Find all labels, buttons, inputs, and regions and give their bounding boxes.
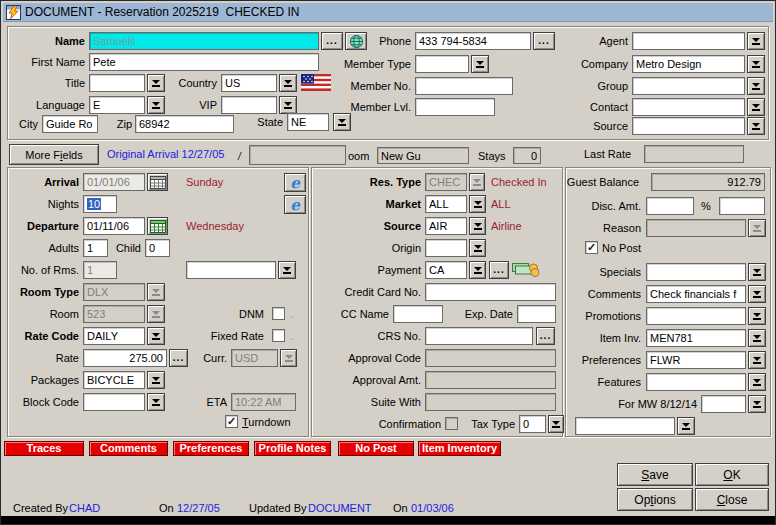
zip-field[interactable]: 68942 — [135, 115, 234, 133]
member-lvl-field[interactable] — [415, 98, 495, 116]
contact-dropdown-button[interactable] — [747, 98, 765, 116]
comments-dropdown-button[interactable] — [748, 285, 766, 303]
preferences-button[interactable]: Preferences — [173, 441, 249, 456]
rate-code-field[interactable]: DAILY — [83, 327, 145, 345]
tax-type-field[interactable]: 0 — [519, 415, 546, 433]
member-type-field[interactable] — [415, 55, 469, 73]
block-code-field[interactable] — [83, 393, 145, 411]
close-button[interactable]: Close — [695, 488, 769, 511]
language-dropdown-button[interactable] — [147, 96, 165, 114]
member-no-field[interactable] — [415, 77, 513, 95]
payment-browse-button[interactable]: ... — [489, 261, 509, 279]
market-dropdown-button[interactable] — [469, 195, 486, 213]
acct-bottom-combo-dropdown-button[interactable] — [677, 417, 695, 435]
packages-dropdown-button[interactable] — [147, 371, 165, 389]
no-post-button[interactable]: No Post — [338, 441, 414, 456]
crs-browse-button[interactable]: ... — [536, 327, 555, 345]
group-field[interactable] — [632, 77, 745, 95]
agent-dropdown-button[interactable] — [747, 32, 765, 50]
country-field[interactable]: US — [221, 74, 277, 92]
arrival-calendar-button[interactable] — [147, 173, 168, 191]
payment-field[interactable]: CA — [425, 261, 467, 279]
item-inventory-button[interactable]: Item Inventory — [418, 441, 501, 456]
comments-button[interactable]: Comments — [89, 441, 168, 456]
source-dropdown-button[interactable] — [747, 117, 765, 135]
departure-calendar-button[interactable] — [147, 217, 168, 235]
adults-field[interactable]: 1 — [83, 239, 108, 257]
disc-percent-field[interactable] — [719, 197, 765, 215]
rate-refresh-button-2[interactable]: e — [284, 195, 306, 214]
group-dropdown-button[interactable] — [747, 77, 765, 95]
res-source-dropdown-button[interactable] — [469, 217, 486, 235]
agent-field[interactable] — [632, 32, 745, 50]
stay-unlabeled-combo-field[interactable] — [186, 261, 276, 279]
origin-dropdown-button[interactable] — [469, 239, 486, 257]
member-type-dropdown-button[interactable] — [471, 55, 489, 73]
child-field[interactable]: 0 — [145, 239, 170, 257]
contact-field[interactable] — [632, 98, 745, 116]
credit-card-field[interactable] — [425, 283, 556, 301]
market-field[interactable]: ALL — [425, 195, 467, 213]
preferences-dropdown-button[interactable] — [748, 351, 766, 369]
res-source-field[interactable]: AIR — [425, 217, 467, 235]
for-mw-field[interactable] — [701, 395, 746, 413]
company-field[interactable]: Metro Design — [632, 55, 745, 73]
country-dropdown-button[interactable] — [279, 74, 297, 92]
vip-dropdown-button[interactable] — [279, 96, 297, 114]
dnm-checkbox[interactable] — [272, 307, 285, 320]
profile-notes-button[interactable]: Profile Notes — [254, 441, 331, 456]
comments-field[interactable]: Check financials f — [646, 285, 746, 303]
item-inv-field[interactable]: MEN781 — [646, 329, 746, 347]
disc-amt-field[interactable] — [646, 197, 694, 215]
company-dropdown-button[interactable] — [747, 55, 765, 73]
crs-no-field[interactable] — [425, 327, 533, 345]
departure-field[interactable]: 01/11/06 — [83, 217, 145, 235]
payment-dropdown-button[interactable] — [469, 261, 486, 279]
title-field[interactable] — [89, 74, 145, 92]
specials-field[interactable] — [646, 263, 746, 281]
source-field[interactable] — [632, 117, 745, 135]
features-dropdown-button[interactable] — [748, 373, 766, 391]
exp-date-field[interactable] — [517, 305, 556, 323]
options-button[interactable]: Options — [617, 488, 693, 511]
ok-button[interactable]: OK — [695, 463, 769, 486]
packages-field[interactable]: BICYCLE — [83, 371, 145, 389]
cc-name-field[interactable] — [393, 305, 443, 323]
no-post-checkbox[interactable] — [585, 241, 598, 254]
acct-bottom-combo-field[interactable] — [575, 417, 675, 435]
title-bar[interactable]: DOCUMENT - Reservation 2025219 CHECKED I… — [3, 3, 773, 22]
phone-label: Phone — [331, 35, 411, 48]
rate-browse-button[interactable]: ... — [169, 349, 188, 367]
block-code-dropdown-button[interactable] — [147, 393, 165, 411]
preferences-field[interactable]: FLWR — [646, 351, 746, 369]
vip-field[interactable] — [221, 96, 277, 114]
turndown-checkbox[interactable] — [225, 415, 238, 428]
nights-field[interactable]: 10 — [83, 195, 117, 213]
fixed-rate-checkbox[interactable] — [272, 329, 285, 342]
more-fields-button[interactable]: More Fields — [9, 144, 99, 165]
first-name-field[interactable]: Pete — [89, 53, 319, 71]
save-button[interactable]: Save — [617, 463, 693, 486]
traces-button[interactable]: Traces — [4, 441, 84, 456]
city-field[interactable]: Guide Ro — [42, 115, 98, 133]
for-mw-dropdown-button[interactable] — [748, 395, 766, 413]
features-field[interactable] — [646, 373, 746, 391]
specials-dropdown-button[interactable] — [748, 263, 766, 281]
state-field[interactable]: NE — [287, 113, 329, 131]
promotions-field[interactable] — [646, 307, 746, 325]
name-field[interactable]: Samuels — [89, 32, 319, 50]
phone-field[interactable]: 433 794-5834 — [415, 32, 531, 50]
origin-field[interactable] — [425, 239, 467, 257]
item-inv-dropdown-button[interactable] — [748, 329, 766, 347]
stay-unlabeled-combo-dropdown-button[interactable] — [278, 261, 296, 279]
arrival-label: Arrival — [3, 176, 79, 189]
title-dropdown-button[interactable] — [147, 74, 165, 92]
rate-code-dropdown-button[interactable] — [147, 327, 165, 345]
tax-type-dropdown-button[interactable] — [548, 415, 564, 433]
dnm-suffix: . — [290, 308, 293, 321]
language-field[interactable]: E — [89, 96, 145, 114]
rate-refresh-button-1[interactable]: e — [284, 173, 306, 192]
rate-field[interactable]: 275.00 — [83, 349, 167, 367]
promotions-dropdown-button[interactable] — [748, 307, 766, 325]
state-dropdown-button[interactable] — [333, 113, 351, 131]
